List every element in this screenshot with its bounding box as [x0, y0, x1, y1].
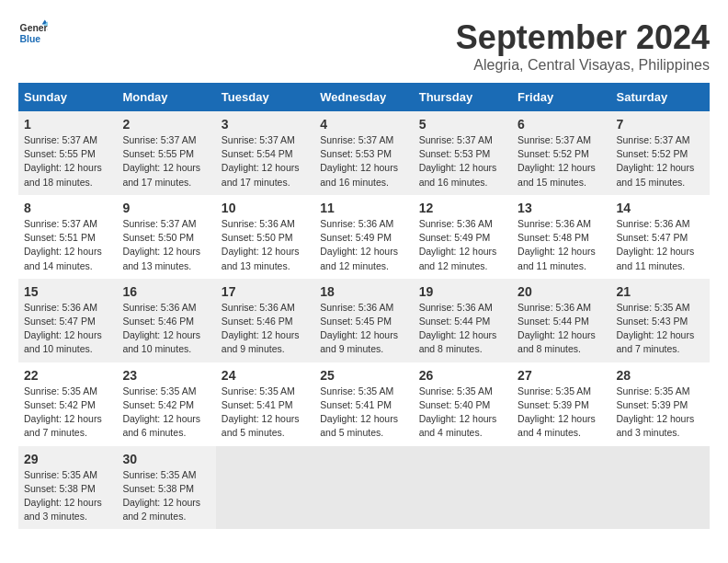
day-number: 7 — [617, 117, 704, 132]
day-number: 19 — [419, 284, 506, 299]
weekday-header: Wednesday — [314, 83, 413, 111]
day-info: Sunrise: 5:37 AMSunset: 5:54 PMDaylight:… — [222, 133, 309, 190]
calendar-cell — [611, 446, 710, 530]
day-info: Sunrise: 5:37 AMSunset: 5:55 PMDaylight:… — [24, 133, 111, 190]
day-info: Sunrise: 5:36 AMSunset: 5:47 PMDaylight:… — [24, 301, 111, 357]
day-number: 11 — [320, 201, 407, 215]
page-header: General Blue September 2024 Alegria, Cen… — [18, 18, 710, 74]
day-number: 28 — [617, 368, 704, 383]
calendar-cell: 17Sunrise: 5:36 AMSunset: 5:46 PMDayligh… — [216, 279, 314, 362]
calendar-cell: 27Sunrise: 5:35 AMSunset: 5:39 PMDayligh… — [512, 362, 610, 446]
calendar-cell: 29Sunrise: 5:35 AMSunset: 5:38 PMDayligh… — [18, 446, 117, 530]
day-info: Sunrise: 5:35 AMSunset: 5:41 PMDaylight:… — [222, 385, 309, 441]
day-info: Sunrise: 5:36 AMSunset: 5:46 PMDaylight:… — [222, 301, 309, 357]
svg-text:Blue: Blue — [20, 34, 41, 44]
calendar-cell: 23Sunrise: 5:35 AMSunset: 5:42 PMDayligh… — [117, 362, 215, 446]
calendar-cell: 5Sunrise: 5:37 AMSunset: 5:53 PMDaylight… — [414, 111, 512, 195]
calendar-cell: 25Sunrise: 5:35 AMSunset: 5:41 PMDayligh… — [314, 362, 413, 446]
weekday-header: Saturday — [611, 83, 710, 111]
day-info: Sunrise: 5:36 AMSunset: 5:48 PMDaylight:… — [518, 217, 605, 273]
logo-icon: General Blue — [18, 18, 48, 48]
calendar-cell: 1Sunrise: 5:37 AMSunset: 5:55 PMDaylight… — [18, 111, 117, 195]
calendar-cell: 14Sunrise: 5:36 AMSunset: 5:47 PMDayligh… — [611, 195, 710, 279]
calendar-cell: 18Sunrise: 5:36 AMSunset: 5:45 PMDayligh… — [314, 279, 413, 362]
day-number: 24 — [222, 368, 309, 383]
calendar-cell: 12Sunrise: 5:36 AMSunset: 5:49 PMDayligh… — [414, 195, 512, 279]
day-number: 26 — [419, 368, 506, 383]
calendar-cell: 16Sunrise: 5:36 AMSunset: 5:46 PMDayligh… — [117, 279, 215, 362]
calendar-cell: 6Sunrise: 5:37 AMSunset: 5:52 PMDaylight… — [512, 111, 610, 195]
day-info: Sunrise: 5:36 AMSunset: 5:44 PMDaylight:… — [518, 301, 605, 357]
month-year-title: September 2024 — [456, 18, 710, 57]
day-info: Sunrise: 5:37 AMSunset: 5:52 PMDaylight:… — [617, 133, 704, 190]
day-number: 18 — [320, 284, 407, 299]
day-info: Sunrise: 5:36 AMSunset: 5:44 PMDaylight:… — [419, 301, 506, 357]
weekday-header: Sunday — [18, 83, 117, 111]
day-info: Sunrise: 5:37 AMSunset: 5:51 PMDaylight:… — [24, 217, 111, 273]
svg-text:General: General — [20, 23, 48, 33]
day-number: 12 — [419, 201, 506, 215]
day-number: 16 — [122, 284, 210, 299]
calendar-cell: 22Sunrise: 5:35 AMSunset: 5:42 PMDayligh… — [18, 362, 117, 446]
calendar-cell — [216, 446, 314, 530]
day-number: 8 — [24, 201, 111, 215]
day-number: 30 — [122, 452, 210, 466]
day-info: Sunrise: 5:36 AMSunset: 5:47 PMDaylight:… — [617, 217, 704, 273]
day-number: 23 — [122, 368, 210, 383]
calendar-cell — [414, 446, 512, 530]
day-info: Sunrise: 5:35 AMSunset: 5:39 PMDaylight:… — [518, 385, 605, 441]
calendar-table: SundayMondayTuesdayWednesdayThursdayFrid… — [18, 83, 710, 529]
calendar-cell: 15Sunrise: 5:36 AMSunset: 5:47 PMDayligh… — [18, 279, 117, 362]
calendar-week-row: 1Sunrise: 5:37 AMSunset: 5:55 PMDaylight… — [18, 111, 710, 195]
calendar-cell: 24Sunrise: 5:35 AMSunset: 5:41 PMDayligh… — [216, 362, 314, 446]
calendar-cell: 21Sunrise: 5:35 AMSunset: 5:43 PMDayligh… — [611, 279, 710, 362]
day-number: 1 — [24, 117, 111, 132]
day-info: Sunrise: 5:35 AMSunset: 5:38 PMDaylight:… — [122, 468, 210, 524]
day-number: 20 — [518, 284, 605, 299]
day-number: 17 — [222, 284, 309, 299]
calendar-cell: 28Sunrise: 5:35 AMSunset: 5:39 PMDayligh… — [611, 362, 710, 446]
day-info: Sunrise: 5:36 AMSunset: 5:49 PMDaylight:… — [320, 217, 407, 273]
day-info: Sunrise: 5:36 AMSunset: 5:49 PMDaylight:… — [419, 217, 506, 273]
calendar-cell: 2Sunrise: 5:37 AMSunset: 5:55 PMDaylight… — [117, 111, 215, 195]
day-info: Sunrise: 5:35 AMSunset: 5:40 PMDaylight:… — [419, 385, 506, 441]
logo: General Blue — [18, 18, 48, 48]
day-number: 15 — [24, 284, 111, 299]
weekday-header: Tuesday — [216, 83, 314, 111]
calendar-cell: 26Sunrise: 5:35 AMSunset: 5:40 PMDayligh… — [414, 362, 512, 446]
calendar-week-row: 22Sunrise: 5:35 AMSunset: 5:42 PMDayligh… — [18, 362, 710, 446]
calendar-cell: 7Sunrise: 5:37 AMSunset: 5:52 PMDaylight… — [611, 111, 710, 195]
calendar-cell — [314, 446, 413, 530]
day-number: 4 — [320, 117, 407, 132]
day-info: Sunrise: 5:37 AMSunset: 5:55 PMDaylight:… — [122, 133, 210, 190]
calendar-cell: 4Sunrise: 5:37 AMSunset: 5:53 PMDaylight… — [314, 111, 413, 195]
day-number: 14 — [617, 201, 704, 215]
calendar-cell: 30Sunrise: 5:35 AMSunset: 5:38 PMDayligh… — [117, 446, 215, 530]
day-info: Sunrise: 5:36 AMSunset: 5:46 PMDaylight:… — [122, 301, 210, 357]
calendar-cell — [512, 446, 610, 530]
day-number: 2 — [122, 117, 210, 132]
calendar-cell: 8Sunrise: 5:37 AMSunset: 5:51 PMDaylight… — [18, 195, 117, 279]
day-number: 3 — [222, 117, 309, 132]
calendar-cell: 9Sunrise: 5:37 AMSunset: 5:50 PMDaylight… — [117, 195, 215, 279]
calendar-week-row: 15Sunrise: 5:36 AMSunset: 5:47 PMDayligh… — [18, 279, 710, 362]
day-number: 13 — [518, 201, 605, 215]
weekday-header: Friday — [512, 83, 610, 111]
day-info: Sunrise: 5:35 AMSunset: 5:42 PMDaylight:… — [122, 385, 210, 441]
calendar-cell: 13Sunrise: 5:36 AMSunset: 5:48 PMDayligh… — [512, 195, 610, 279]
location-subtitle: Alegria, Central Visayas, Philippines — [456, 57, 710, 74]
day-number: 6 — [518, 117, 605, 132]
day-info: Sunrise: 5:37 AMSunset: 5:53 PMDaylight:… — [320, 133, 407, 190]
day-info: Sunrise: 5:37 AMSunset: 5:50 PMDaylight:… — [122, 217, 210, 273]
day-info: Sunrise: 5:37 AMSunset: 5:52 PMDaylight:… — [518, 133, 605, 190]
day-number: 29 — [24, 452, 111, 466]
day-info: Sunrise: 5:35 AMSunset: 5:43 PMDaylight:… — [617, 301, 704, 357]
calendar-cell: 11Sunrise: 5:36 AMSunset: 5:49 PMDayligh… — [314, 195, 413, 279]
calendar-cell: 20Sunrise: 5:36 AMSunset: 5:44 PMDayligh… — [512, 279, 610, 362]
weekday-header: Monday — [117, 83, 215, 111]
weekday-header: Thursday — [414, 83, 512, 111]
day-number: 22 — [24, 368, 111, 383]
calendar-cell: 19Sunrise: 5:36 AMSunset: 5:44 PMDayligh… — [414, 279, 512, 362]
day-info: Sunrise: 5:35 AMSunset: 5:41 PMDaylight:… — [320, 385, 407, 441]
day-info: Sunrise: 5:35 AMSunset: 5:42 PMDaylight:… — [24, 385, 111, 441]
